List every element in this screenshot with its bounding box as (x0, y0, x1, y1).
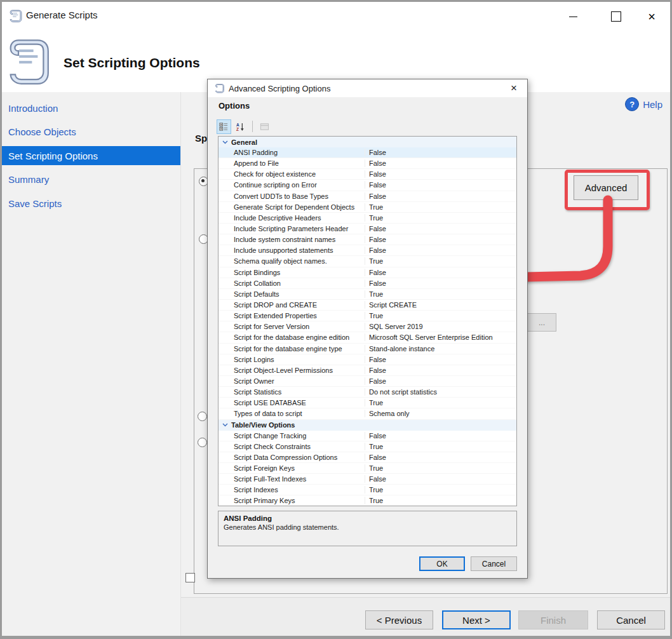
dialog-title: Advanced Scripting Options (229, 84, 330, 93)
radio-save-option-3[interactable] (198, 412, 207, 421)
property-name: Include unsupported statements (218, 246, 365, 254)
property-name: Continue scripting on Error (218, 181, 365, 189)
category-label: Table/View Options (231, 421, 295, 429)
property-name: Script USE DATABASE (218, 399, 365, 407)
grid-row[interactable]: Script Full-Text IndexesFalse (218, 474, 516, 485)
previous-button[interactable]: < Previous (365, 610, 433, 629)
property-name: Include Scripting Parameters Header (218, 225, 365, 232)
grid-row[interactable]: Schema qualify object names.True (218, 256, 516, 267)
alphabetical-sort-button[interactable]: A Z (233, 119, 248, 134)
az-sort-icon: A Z (236, 122, 245, 131)
property-value: Stand-alone instance (365, 345, 516, 353)
minimize-button[interactable] (558, 7, 588, 26)
grid-row[interactable]: Script Change TrackingFalse (218, 431, 516, 441)
cancel-button[interactable]: Cancel (597, 610, 665, 629)
options-label: Options (218, 101, 250, 111)
grid-row[interactable]: Script for the database engine typeStand… (218, 344, 516, 354)
grid-row[interactable]: Include system constraint namesFalse (218, 234, 516, 245)
grid-row[interactable]: Script DROP and CREATEScript CREATE (218, 300, 516, 311)
dialog-cancel-button[interactable]: Cancel (471, 556, 517, 571)
grid-row[interactable]: Convert UDDTs to Base TypesFalse (218, 191, 516, 202)
property-name: Script Collation (218, 279, 365, 287)
property-value: Do not script statistics (365, 388, 516, 396)
page-title: Set Scripting Options (64, 55, 200, 71)
categorized-view-button[interactable] (217, 119, 231, 134)
sidebar-item-choose-objects[interactable]: Choose Objects (2, 124, 180, 138)
property-value: False (365, 356, 516, 363)
grid-row[interactable]: Script LoginsFalse (218, 354, 516, 365)
property-name: Script Full-Text Indexes (218, 475, 365, 483)
property-value: Microsoft SQL Server Enterprise Edition (365, 333, 516, 341)
grid-row[interactable]: Script Check ConstraintsTrue (218, 441, 516, 452)
help-label: Help (643, 99, 662, 110)
property-name: Append to File (218, 159, 365, 167)
property-value: False (365, 159, 516, 167)
advanced-scripting-options-dialog: Advanced Scripting Options × Options A Z (207, 79, 528, 579)
grid-row[interactable]: Script StatisticsDo not script statistic… (218, 387, 516, 398)
grid-row[interactable]: Script IndexesTrue (218, 485, 516, 495)
close-button[interactable]: × (637, 7, 666, 26)
svg-text:Z: Z (236, 127, 239, 131)
grid-row[interactable]: Script OwnerFalse (218, 376, 516, 387)
grid-row[interactable]: ANSI PaddingFalse (218, 147, 516, 158)
property-pages-button (257, 119, 272, 134)
grid-row[interactable]: Script USE DATABASETrue (218, 398, 516, 408)
property-value: False (365, 192, 516, 200)
radio-save-option-4[interactable] (198, 438, 207, 447)
grid-row[interactable]: Types of data to scriptSchema only (218, 408, 516, 419)
grid-row[interactable]: Script for Server VersionSQL Server 2019 (218, 321, 516, 332)
property-name: Script for the database engine type (218, 345, 365, 353)
grid-row[interactable]: Script CollationFalse (218, 278, 516, 289)
property-name: Convert UDDTs to Base Types (218, 192, 365, 200)
grid-row[interactable]: Include unsupported statementsFalse (218, 245, 516, 256)
grid-row[interactable]: Script DefaultsTrue (218, 289, 516, 300)
sidebar-item-set-scripting-options[interactable]: Set Scripting Options (2, 146, 180, 165)
ok-button[interactable]: OK (419, 556, 465, 571)
browse-button[interactable]: ... (527, 313, 556, 332)
grid-category-general[interactable]: General (218, 137, 516, 147)
sidebar-item-summary[interactable]: Summary (2, 172, 180, 186)
sidebar-item-introduction[interactable]: Introduction (2, 101, 180, 115)
property-value: False (365, 432, 516, 440)
dialog-close-icon[interactable]: × (503, 79, 525, 97)
grid-row[interactable]: Script Foreign KeysTrue (218, 463, 516, 474)
property-value: False (365, 269, 516, 276)
overwrite-checkbox[interactable] (185, 573, 195, 582)
categorized-icon (219, 122, 229, 131)
grid-row[interactable]: Script Extended PropertiesTrue (218, 311, 516, 321)
grid-row[interactable]: Generate Script for Dependent ObjectsTru… (218, 202, 516, 213)
property-value: True (365, 214, 516, 222)
grid-row[interactable]: Script Data Compression OptionsFalse (218, 452, 516, 463)
property-value: False (365, 181, 516, 189)
next-button[interactable]: Next > (442, 610, 511, 629)
svg-text:A: A (236, 122, 239, 126)
grid-row[interactable]: Script Primary KeysTrue (218, 495, 516, 506)
description-text: Generates ANSI padding statements. (224, 523, 511, 531)
grid-row[interactable]: Include Descriptive HeadersTrue (218, 213, 516, 224)
property-name: Script Foreign Keys (218, 464, 365, 472)
window-title: Generate Scripts (26, 10, 98, 20)
sidebar-item-save-scripts[interactable]: Save Scripts (2, 196, 180, 210)
category-label: General (231, 138, 257, 146)
grid-row[interactable]: Continue scripting on ErrorFalse (218, 180, 516, 191)
grid-row[interactable]: Check for object existenceFalse (218, 169, 516, 180)
close-icon: × (648, 10, 655, 23)
grid-row[interactable]: Append to FileFalse (218, 158, 516, 169)
maximize-button[interactable] (601, 7, 631, 26)
grid-category-table-view-options[interactable]: Table/View Options (218, 420, 516, 431)
help-icon: ? (625, 97, 639, 111)
property-value: True (365, 312, 516, 320)
property-grid: GeneralANSI PaddingFalseAppend to FileFa… (218, 136, 517, 506)
dialog-titlebar: Advanced Scripting Options × (208, 79, 527, 97)
help-link[interactable]: ? Help (625, 97, 662, 111)
grid-row[interactable]: Include Scripting Parameters HeaderFalse (218, 224, 516, 234)
grid-row[interactable]: Script BindingsFalse (218, 267, 516, 278)
property-value: True (365, 290, 516, 298)
grid-row[interactable]: Script for the database engine editionMi… (218, 332, 516, 343)
property-name: Generate Script for Dependent Objects (218, 203, 365, 211)
grid-row[interactable]: Script Object-Level PermissionsFalse (218, 365, 516, 376)
property-value: True (365, 257, 516, 265)
finish-button: Finish (518, 610, 588, 629)
property-name: Script Owner (218, 377, 365, 385)
property-name: Script Statistics (218, 388, 365, 396)
